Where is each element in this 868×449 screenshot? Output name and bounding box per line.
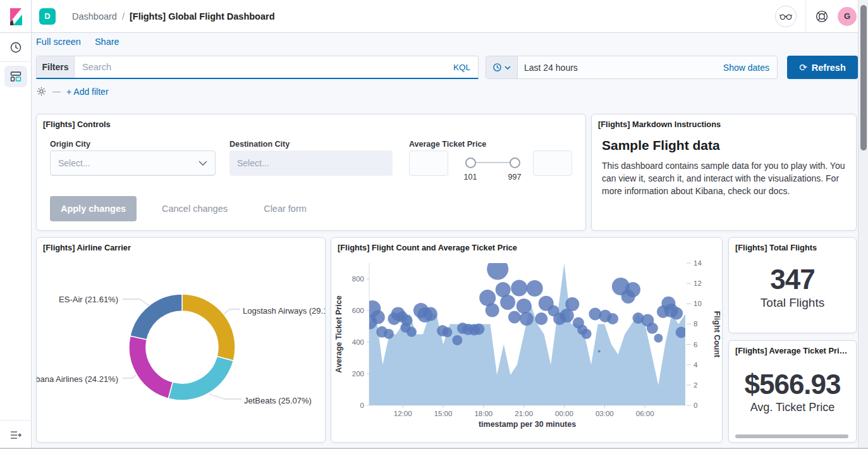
price-slider-handle-max[interactable] bbox=[510, 157, 520, 168]
app-content: Full screen Share Filters KQL Last 24 ho… bbox=[32, 33, 868, 449]
panel-title[interactable]: [Flights] Markdown Instructions bbox=[592, 114, 856, 129]
metric-value: $566.93 bbox=[729, 369, 856, 400]
airline-carrier-donut-chart[interactable]: Logstash Airways (29.11%)JetBeats (25.07… bbox=[37, 238, 325, 442]
svg-text:0: 0 bbox=[360, 402, 364, 409]
pie-slice[interactable] bbox=[130, 294, 182, 340]
page-scrollbar[interactable] bbox=[858, 0, 868, 449]
pie-label-line bbox=[209, 394, 241, 399]
svg-text:03:00: 03:00 bbox=[596, 410, 614, 417]
docs-link[interactable]: docs bbox=[769, 186, 788, 196]
show-dates-link[interactable]: Show dates bbox=[723, 63, 777, 73]
svg-text:12:00: 12:00 bbox=[394, 410, 412, 417]
breadcrumb: Dashboard / [Flights] Global Flight Dash… bbox=[72, 11, 275, 22]
origin-city-select[interactable]: Select... bbox=[50, 151, 216, 176]
metric-label: Total Flights bbox=[729, 296, 856, 310]
svg-text:21:00: 21:00 bbox=[515, 410, 533, 417]
price-min-input[interactable] bbox=[409, 151, 448, 176]
header-divider bbox=[805, 0, 806, 33]
panel-controls: [Flights] Controls Origin City Select...… bbox=[36, 114, 586, 231]
refresh-button[interactable]: ⟳ Refresh bbox=[787, 56, 858, 79]
pie-slice[interactable] bbox=[182, 294, 235, 360]
cancel-changes-button[interactable]: Cancel changes bbox=[154, 196, 236, 221]
svg-text:600: 600 bbox=[352, 307, 364, 314]
page-scrollbar-thumb[interactable] bbox=[860, 5, 867, 151]
user-avatar[interactable]: G bbox=[838, 7, 857, 26]
pie-slice[interactable] bbox=[129, 336, 173, 398]
price-max-input[interactable] bbox=[533, 151, 572, 176]
full-screen-link[interactable]: Full screen bbox=[36, 37, 81, 47]
recent-items-icon[interactable] bbox=[0, 33, 32, 62]
panel-title[interactable]: [Flights] Controls bbox=[37, 114, 585, 129]
chevron-down-icon bbox=[504, 66, 511, 70]
pie-slice-label: JetBeats (25.07%) bbox=[244, 396, 312, 405]
filters-button[interactable]: Filters bbox=[37, 56, 75, 78]
top-header: D Dashboard / [Flights] Global Flight Da… bbox=[0, 0, 868, 33]
svg-text:0: 0 bbox=[694, 402, 697, 409]
sidebar-item-dashboard[interactable] bbox=[0, 62, 32, 91]
filter-options-gear-icon[interactable] bbox=[36, 86, 47, 97]
svg-text:200: 200 bbox=[352, 370, 364, 378]
svg-text:15:00: 15:00 bbox=[434, 410, 453, 417]
time-range-value[interactable]: Last 24 hours bbox=[518, 63, 578, 73]
dashboard-app-icon bbox=[9, 70, 22, 83]
breadcrumb-dashboard[interactable]: Dashboard bbox=[72, 11, 117, 22]
svg-text:400: 400 bbox=[352, 338, 364, 346]
filter-pin-dash: — bbox=[52, 87, 61, 96]
sidebar bbox=[0, 33, 32, 449]
clock-icon bbox=[492, 63, 502, 72]
pie-label-line bbox=[123, 299, 150, 306]
pie-label-line bbox=[123, 375, 136, 378]
origin-city-label: Origin City bbox=[50, 140, 90, 149]
share-link[interactable]: Share bbox=[95, 37, 119, 47]
kql-button[interactable]: KQL bbox=[446, 56, 478, 78]
price-max-value: 997 bbox=[502, 173, 527, 181]
ticket-price-label: Average Ticket Price bbox=[409, 140, 486, 149]
metric-value: 347 bbox=[729, 264, 856, 295]
svg-text:14: 14 bbox=[694, 259, 702, 267]
pie-slice-label: Kibana Airlines (24.21%) bbox=[36, 374, 118, 384]
collapse-nav-icon[interactable] bbox=[0, 420, 32, 449]
pie-label-line bbox=[224, 309, 240, 314]
clear-form-button[interactable]: Clear form bbox=[257, 196, 314, 221]
refresh-icon: ⟳ bbox=[799, 62, 807, 73]
panel-average-ticket-price: [Flights] Average Ticket Pri… $566.93 Av… bbox=[728, 340, 857, 443]
header-actions: G bbox=[775, 0, 868, 32]
panel-horizontal-scrollbar[interactable] bbox=[735, 434, 848, 438]
help-icon[interactable] bbox=[815, 9, 829, 23]
svg-text:10: 10 bbox=[694, 300, 702, 307]
time-picker: Last 24 hours Show dates bbox=[486, 56, 778, 79]
menu-right-icon bbox=[9, 430, 22, 440]
glasses-icon[interactable] bbox=[775, 6, 797, 27]
clock-icon bbox=[9, 41, 22, 54]
dashboard-toolbar: Full screen Share bbox=[36, 37, 119, 47]
svg-text:Average Ticket Price: Average Ticket Price bbox=[334, 295, 343, 372]
apply-changes-button[interactable]: Apply changes bbox=[50, 196, 137, 221]
time-quick-select[interactable] bbox=[486, 56, 518, 78]
breadcrumb-current: [Flights] Global Flight Dashboard bbox=[130, 11, 275, 22]
add-filter-link[interactable]: + Add filter bbox=[66, 87, 109, 97]
svg-text:18:00: 18:00 bbox=[474, 410, 492, 417]
search-input[interactable] bbox=[75, 56, 446, 78]
pie-slice-label: ES-Air (21.61%) bbox=[59, 295, 118, 304]
filter-row: — + Add filter bbox=[36, 86, 109, 97]
pie-slice-label: Logstash Airways (29.11%) bbox=[243, 306, 326, 316]
flight-count-price-chart[interactable]: 02004006008000246810121412:0015:0018:002… bbox=[331, 238, 722, 442]
panel-airline-carrier: [Flights] Airline Carrier Logstash Airwa… bbox=[36, 237, 326, 443]
svg-text:12: 12 bbox=[694, 280, 702, 287]
svg-text:Flight Count: Flight Count bbox=[712, 311, 721, 358]
pie-slice[interactable] bbox=[168, 357, 233, 400]
svg-text:2: 2 bbox=[694, 381, 697, 389]
price-slider-handle-min[interactable] bbox=[465, 157, 476, 168]
svg-text:6: 6 bbox=[694, 341, 697, 348]
panel-title[interactable]: [Flights] Total Flights bbox=[729, 238, 856, 252]
markdown-body: This dashboard contains sample data for … bbox=[592, 153, 856, 197]
destination-city-select[interactable]: Select... bbox=[229, 151, 393, 176]
svg-text:00:00: 00:00 bbox=[555, 410, 573, 417]
kibana-logo-icon bbox=[7, 7, 25, 26]
price-slider-track[interactable] bbox=[470, 162, 515, 163]
space-avatar[interactable]: D bbox=[39, 8, 56, 25]
kibana-logo[interactable] bbox=[0, 0, 32, 32]
price-min-value: 101 bbox=[458, 173, 483, 181]
panel-title[interactable]: [Flights] Average Ticket Pri… bbox=[729, 341, 856, 355]
metric-label: Avg. Ticket Price bbox=[729, 401, 856, 414]
